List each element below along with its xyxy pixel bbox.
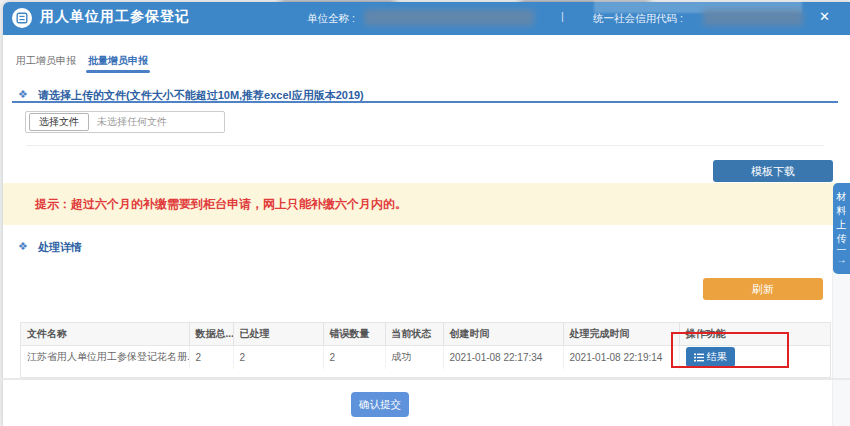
cell-total: 2: [189, 345, 233, 369]
redacted-credit-code: [703, 9, 803, 26]
diamond-bullet-icon: ❖: [18, 240, 28, 253]
close-icon[interactable]: ✕: [819, 9, 830, 24]
refresh-button[interactable]: 刷新: [703, 278, 823, 300]
col-created: 创建时间: [443, 323, 563, 345]
warning-banner: 提示：超过六个月的补缴需要到柜台申请，网上只能补缴六个月内的。: [3, 183, 850, 225]
col-finished: 处理完成时间: [563, 323, 679, 345]
col-errors: 错误数量: [323, 323, 385, 345]
col-actions: 操作功能: [679, 323, 830, 345]
col-processed: 已处理: [233, 323, 323, 345]
scrollbar-track[interactable]: [832, 250, 850, 426]
col-total: 数据总...: [189, 323, 233, 345]
col-status: 当前状态: [385, 323, 443, 345]
warning-text: 提示：超过六个月的补缴需要到柜台申请，网上只能补缴六个月内的。: [35, 196, 407, 213]
panel-bottom-border: [26, 145, 824, 146]
form-icon: [12, 8, 32, 28]
col-file-name: 文件名称: [21, 323, 189, 345]
side-tab-char: 材: [837, 190, 847, 204]
side-tab-char: 传: [837, 232, 847, 246]
confirm-submit-button[interactable]: 确认提交: [351, 392, 409, 417]
no-file-selected-text: 未选择任何文件: [97, 115, 167, 129]
tab-single-declare[interactable]: 用工增员申报: [16, 54, 76, 68]
result-button[interactable]: 结果: [686, 347, 735, 367]
cell-processed: 2: [233, 345, 323, 369]
credit-code-label: 统一社会信用代码 :: [593, 12, 683, 26]
active-tab-underline: [86, 70, 150, 73]
company-name-label: 单位全称 :: [307, 12, 355, 26]
list-icon: [694, 353, 704, 362]
page-title: 用人单位用工参保登记: [40, 8, 190, 26]
result-button-label: 结果: [707, 350, 727, 364]
material-upload-side-tab[interactable]: 材 料 上 传 →: [833, 183, 850, 274]
process-detail-table: 文件名称 数据总... 已处理 错误数量 当前状态 创建时间 处理完成时间 操作…: [20, 322, 831, 378]
cell-status: 成功: [385, 345, 443, 369]
arrow-right-icon: →: [837, 253, 847, 267]
cell-finished: 2021-01-08 22:19:14: [563, 345, 679, 369]
file-input[interactable]: 选择文件 未选择任何文件: [25, 111, 225, 133]
tab-batch-declare[interactable]: 批量增员申报: [88, 54, 148, 68]
table-header-row: 文件名称 数据总... 已处理 错误数量 当前状态 创建时间 处理完成时间 操作…: [21, 323, 830, 345]
redacted-company-name: [364, 9, 534, 26]
titlebar-divider: |: [561, 10, 564, 22]
cell-created: 2021-01-08 22:17:34: [443, 345, 563, 369]
cell-actions: 结果: [679, 345, 830, 369]
template-download-button[interactable]: 模板下载: [713, 160, 833, 182]
cell-errors: 2: [323, 345, 385, 369]
footer-divider: [0, 378, 850, 380]
detail-section-title: 处理详情: [38, 240, 82, 255]
table-row: 江苏省用人单位用工参保登记花名册... 2 2 2 成功 2021-01-08 …: [21, 345, 830, 369]
choose-file-button[interactable]: 选择文件: [29, 113, 89, 131]
side-tab-char: 料: [837, 204, 847, 218]
diamond-bullet-icon: ❖: [18, 88, 28, 101]
cell-file-name: 江苏省用人单位用工参保登记花名册...: [21, 345, 189, 369]
section-divider: [12, 101, 838, 103]
side-tab-divider: [837, 249, 846, 250]
side-tab-char: 上: [837, 218, 847, 232]
